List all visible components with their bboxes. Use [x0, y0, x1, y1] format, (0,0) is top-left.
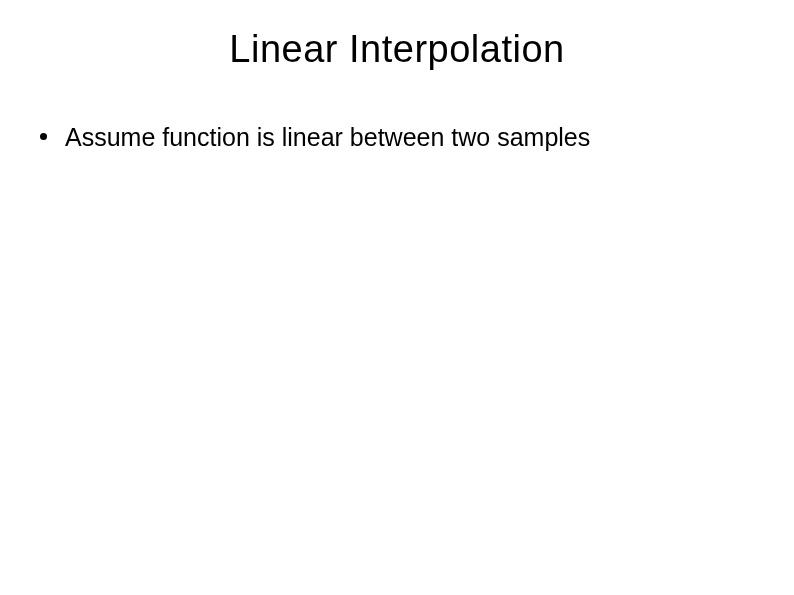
- slide-content: Assume function is linear between two sa…: [0, 71, 794, 154]
- slide-title: Linear Interpolation: [0, 0, 794, 71]
- bullet-dot-icon: [40, 133, 47, 140]
- bullet-text: Assume function is linear between two sa…: [65, 121, 590, 154]
- bullet-item: Assume function is linear between two sa…: [40, 121, 754, 154]
